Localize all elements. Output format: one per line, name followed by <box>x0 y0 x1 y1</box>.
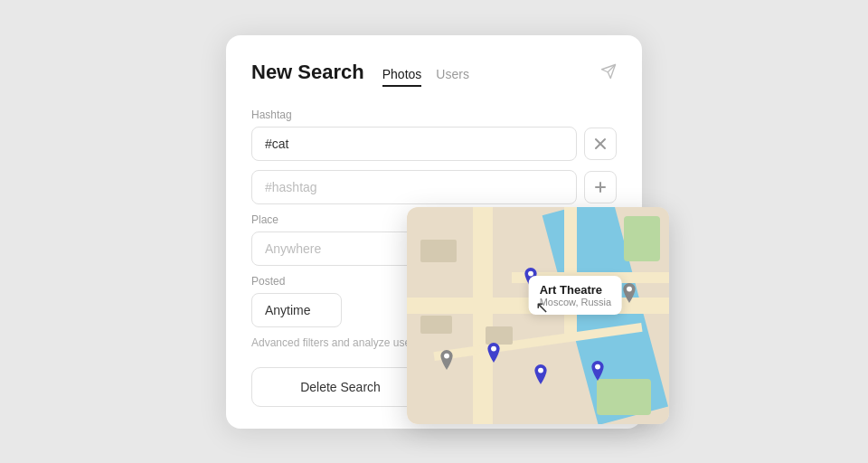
header-left: New Search Photos Users <box>251 61 469 87</box>
tooltip-subtitle: Moscow, Russia <box>540 297 611 307</box>
map-pin-5 <box>439 350 455 370</box>
map-pin-3 <box>486 343 502 363</box>
tab-users[interactable]: Users <box>436 67 469 87</box>
hashtag-input-2[interactable] <box>251 170 577 204</box>
svg-point-7 <box>627 286 632 291</box>
tab-bar: Photos Users <box>382 67 469 87</box>
tooltip-title: Art Theatre <box>540 283 611 297</box>
svg-point-10 <box>444 353 449 358</box>
hashtag-add-row <box>251 170 617 204</box>
delete-search-button[interactable]: Delete Search <box>251 367 429 407</box>
clear-button[interactable] <box>584 128 617 160</box>
search-card: New Search Photos Users Hashtag <box>226 35 642 429</box>
page-title: New Search <box>251 61 364 84</box>
map-background: ↖ Art Theatre Moscow, Russia <box>407 207 669 424</box>
posted-select[interactable]: Anytime Today This week This month <box>251 293 342 327</box>
svg-point-9 <box>538 368 543 373</box>
tab-photos[interactable]: Photos <box>382 67 422 87</box>
svg-point-8 <box>491 346 496 352</box>
hashtag-input-row <box>251 127 617 161</box>
svg-point-6 <box>528 270 533 276</box>
map-overlay: ↖ Art Theatre Moscow, Russia <box>407 207 669 424</box>
svg-point-11 <box>595 364 600 369</box>
hashtag-label: Hashtag <box>251 109 617 121</box>
map-pin-2 <box>621 283 637 303</box>
cursor-icon: ↖ <box>535 298 549 317</box>
add-hashtag-button[interactable] <box>584 171 617 203</box>
hashtag-input-1[interactable] <box>251 127 577 161</box>
send-icon[interactable] <box>600 63 617 84</box>
map-pin-4 <box>533 364 549 384</box>
card-header: New Search Photos Users <box>251 61 617 87</box>
map-pin-6 <box>590 361 606 381</box>
